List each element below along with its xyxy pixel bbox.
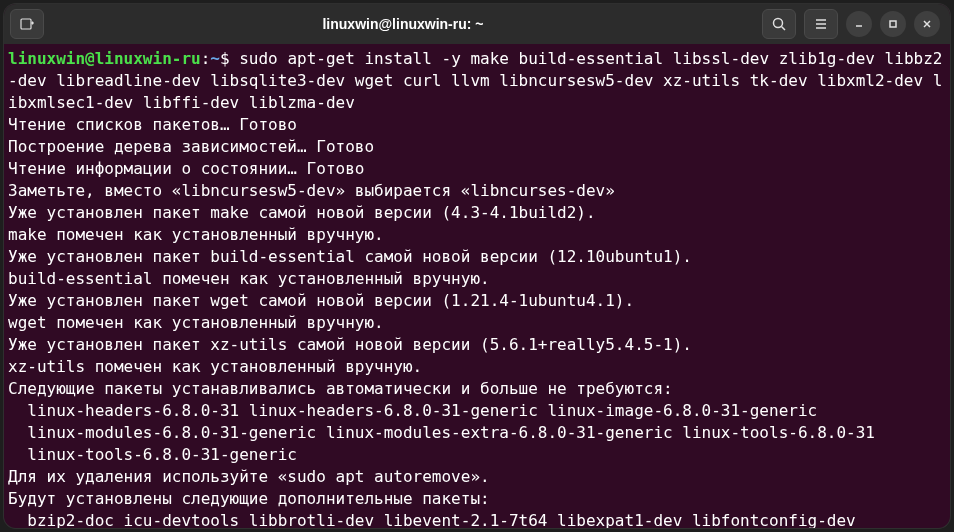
svg-rect-7 <box>890 21 896 27</box>
svg-point-1 <box>774 19 783 28</box>
close-button[interactable] <box>914 11 940 37</box>
new-tab-button[interactable] <box>10 9 44 39</box>
prompt-user-host: linuxwin@linuxwin-ru <box>8 49 201 68</box>
svg-rect-0 <box>21 19 31 29</box>
search-button[interactable] <box>762 9 796 39</box>
output-block: Чтение списков пакетов… Готово Построени… <box>8 115 875 528</box>
terminal-output[interactable]: linuxwin@linuxwin-ru:~$ sudo apt-get ins… <box>4 44 950 528</box>
prompt-path: ~ <box>210 49 220 68</box>
prompt-colon: : <box>201 49 211 68</box>
maximize-button[interactable] <box>880 11 906 37</box>
window-title: linuxwin@linuxwin-ru: ~ <box>50 16 756 32</box>
menu-button[interactable] <box>804 9 838 39</box>
prompt-sigil: $ <box>220 49 230 68</box>
minimize-button[interactable] <box>846 11 872 37</box>
terminal-window: linuxwin@linuxwin-ru: ~ linuxwin@linuxwi… <box>4 4 950 528</box>
svg-line-2 <box>782 27 786 31</box>
titlebar: linuxwin@linuxwin-ru: ~ <box>4 4 950 44</box>
